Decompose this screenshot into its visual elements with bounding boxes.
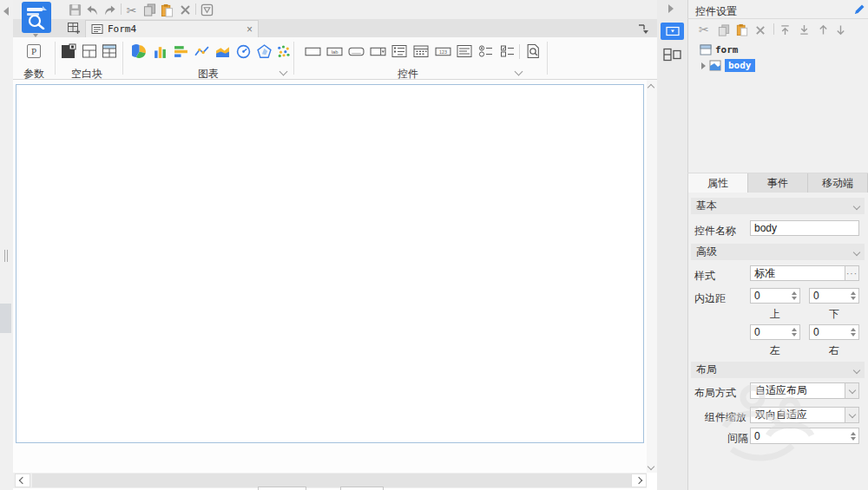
line-chart-button[interactable]	[193, 42, 210, 60]
panel-copy-button[interactable]	[718, 24, 730, 39]
report-block-button[interactable]	[60, 42, 77, 60]
textfield-widget-button[interactable]	[304, 42, 321, 60]
padding-left-value[interactable]: 0	[751, 326, 789, 338]
copy-button[interactable]	[142, 3, 157, 17]
bar-chart-button[interactable]	[172, 42, 189, 60]
section-basic[interactable]: 基本	[691, 198, 865, 214]
combobox-widget-button[interactable]	[369, 42, 386, 60]
collapse-right-arrow-icon[interactable]	[668, 4, 674, 13]
panel-paste-button[interactable]	[736, 23, 748, 39]
tab-mobile[interactable]: 移动端	[808, 173, 868, 193]
section-collapse-chevron-icon[interactable]	[853, 202, 860, 209]
radar-chart-button[interactable]	[255, 42, 273, 60]
date-widget-button[interactable]	[412, 42, 430, 60]
tab-block-button[interactable]	[81, 42, 98, 60]
move-to-bottom-button[interactable]	[799, 24, 810, 38]
left-panel-tab-stub[interactable]	[0, 304, 11, 333]
section-collapse-chevron-icon[interactable]	[853, 248, 860, 255]
move-down-button[interactable]	[835, 24, 846, 38]
radio-group-widget-button[interactable]	[477, 42, 495, 60]
scatter-chart-button[interactable]	[274, 42, 292, 60]
bottom-page-tab-stub[interactable]	[258, 487, 306, 490]
tab-events[interactable]: 事件	[748, 173, 808, 193]
column-chart-icon	[153, 44, 168, 59]
delete-button[interactable]	[178, 3, 193, 17]
group-divider	[122, 42, 123, 75]
component-library-dock-button[interactable]	[663, 48, 682, 63]
checkbox-group-widget-button[interactable]	[499, 42, 516, 60]
spinner-arrows-icon[interactable]	[789, 289, 799, 303]
logo-dropdown-caret-icon[interactable]	[33, 34, 38, 37]
tree-node-body[interactable]: body	[701, 59, 755, 72]
bottom-page-tab-stub[interactable]	[340, 487, 384, 490]
panel-title: 控件设置	[695, 4, 737, 19]
tab-close-icon[interactable]: ×	[247, 24, 253, 35]
undo-button[interactable]	[85, 3, 100, 17]
tree-node-form[interactable]: form	[700, 44, 739, 56]
padding-right-spinner[interactable]: 0	[809, 324, 859, 340]
paste-button[interactable]	[160, 3, 174, 17]
move-up-button[interactable]	[818, 24, 829, 38]
scroll-up-icon[interactable]	[648, 84, 654, 91]
spinner-arrows-icon[interactable]	[848, 325, 858, 339]
left-panel-drag-handle[interactable]	[4, 250, 8, 262]
panel-cut-button[interactable]: ✂	[699, 23, 709, 36]
spinner-arrows-icon[interactable]	[848, 289, 858, 303]
scale-mode-select[interactable]: 双向自适应	[750, 407, 859, 423]
list-widget-button[interactable]	[456, 42, 473, 60]
scroll-down-icon[interactable]	[648, 463, 654, 470]
gauge-chart-button[interactable]	[234, 42, 252, 60]
padding-left-spinner[interactable]: 0	[750, 324, 800, 340]
style-more-button[interactable]: ···	[845, 265, 859, 281]
tree-expander-icon[interactable]	[701, 62, 706, 69]
padding-bottom-value[interactable]: 0	[810, 290, 848, 302]
padding-top-value[interactable]: 0	[751, 290, 789, 302]
edit-pencil-button[interactable]	[853, 3, 865, 18]
scroll-right-button[interactable]	[631, 474, 647, 487]
preview-query-button[interactable]	[524, 42, 542, 60]
widget-settings-dock-button[interactable]	[661, 23, 684, 40]
section-advanced[interactable]: 高级	[691, 244, 865, 260]
tab-form4[interactable]: Form4 ×	[85, 20, 259, 37]
horizontal-scroll-thumb[interactable]	[32, 474, 631, 487]
tree-widget-button[interactable]	[391, 42, 408, 60]
section-collapse-chevron-icon[interactable]	[853, 366, 860, 373]
cut-button[interactable]: ✂	[124, 3, 139, 17]
collapse-left-arrow-icon[interactable]	[3, 7, 9, 16]
column-chart-button[interactable]	[151, 42, 168, 60]
canvas-vertical-scrollbar[interactable]	[647, 80, 657, 473]
button-widget-button[interactable]	[347, 42, 365, 60]
redo-button[interactable]	[102, 3, 117, 17]
label-widget-button[interactable]: lab	[326, 42, 343, 60]
number-widget-button[interactable]: 123	[434, 42, 451, 60]
tab-list-button[interactable]	[635, 22, 651, 36]
app-logo-button[interactable]	[22, 2, 51, 33]
select-chevron-icon[interactable]	[845, 408, 858, 422]
gap-value[interactable]: 0	[751, 430, 848, 442]
tab-properties[interactable]: 属性	[688, 173, 748, 193]
spinner-arrows-icon[interactable]	[789, 325, 799, 339]
form-body-canvas[interactable]	[16, 84, 644, 443]
layout-mode-select[interactable]: 自适应布局	[750, 382, 859, 399]
move-to-top-button[interactable]	[779, 24, 791, 38]
save-button[interactable]	[68, 3, 82, 17]
select-chevron-icon[interactable]	[845, 383, 858, 398]
canvas-horizontal-scrollbar[interactable]	[13, 473, 647, 488]
new-template-tab-button[interactable]	[64, 20, 83, 36]
absolute-canvas-block-button[interactable]	[101, 42, 118, 60]
parameter-pane-button[interactable]: P	[25, 42, 43, 60]
area-chart-button[interactable]	[214, 42, 231, 60]
gap-spinner[interactable]: 0	[750, 428, 859, 444]
style-input[interactable]	[750, 265, 845, 281]
scroll-left-button[interactable]	[15, 474, 30, 487]
template-version-button[interactable]	[200, 3, 214, 17]
pie-chart-button[interactable]	[130, 42, 148, 60]
padding-right-value[interactable]: 0	[810, 326, 848, 338]
left-collapsed-panel[interactable]	[0, 0, 13, 490]
panel-delete-button[interactable]	[755, 25, 766, 38]
section-layout[interactable]: 布局	[691, 362, 865, 378]
spinner-arrows-icon[interactable]	[848, 428, 858, 443]
widget-name-input[interactable]	[750, 220, 859, 236]
padding-bottom-spinner[interactable]: 0	[809, 288, 859, 304]
padding-top-spinner[interactable]: 0	[750, 288, 800, 304]
